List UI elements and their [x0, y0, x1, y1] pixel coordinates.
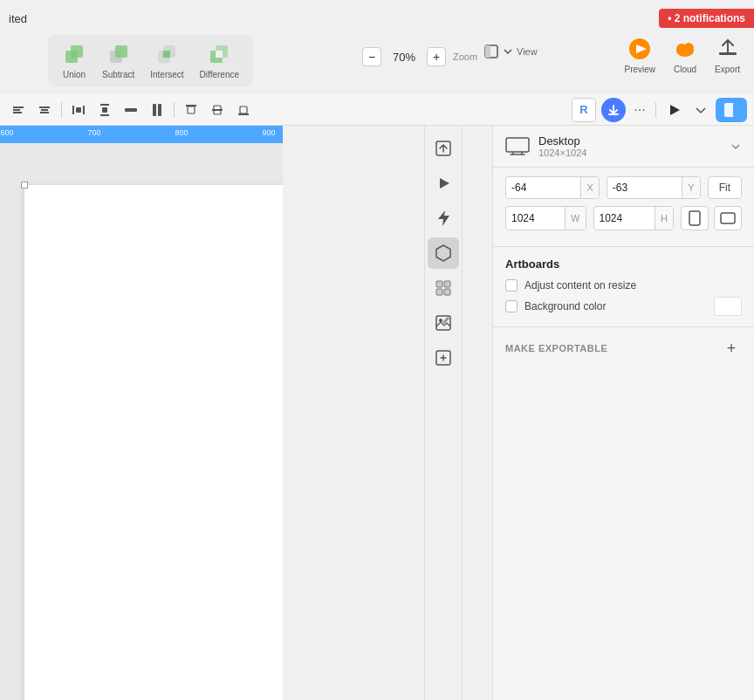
ruler-800: 800	[175, 128, 188, 137]
svg-rect-47	[436, 289, 442, 295]
exportable-title: MAKE EXPORTABLE	[505, 343, 607, 353]
toolbar-divider-2	[174, 102, 175, 118]
adjust-content-checkbox[interactable]	[505, 279, 518, 292]
panel-toggle-icon	[723, 101, 740, 119]
svg-rect-25	[83, 106, 85, 114]
expand-icon	[695, 104, 707, 116]
w-input[interactable]	[506, 208, 565, 229]
canvas-area[interactable]: 600 700 800 900 1,000	[0, 126, 283, 700]
distribute-h-icon[interactable]	[67, 99, 90, 121]
color-swatch[interactable]	[714, 297, 742, 316]
panel-upload-icon[interactable]	[428, 133, 459, 164]
exportable-section: MAKE EXPORTABLE +	[493, 327, 754, 369]
distribute-v-icon[interactable]	[93, 99, 116, 121]
align-center-icon[interactable]	[33, 99, 56, 121]
expand-button[interactable]	[691, 100, 710, 120]
runner-button[interactable]: R	[572, 98, 596, 122]
subtract-button[interactable]: Subtract	[95, 38, 141, 83]
ruler-600: 600	[0, 128, 13, 137]
subtract-label: Subtract	[102, 70, 134, 79]
panel-image-edit-icon[interactable]	[428, 307, 459, 339]
desktop-device-icon	[505, 137, 530, 156]
document-title: ited	[9, 12, 27, 25]
top-align-icon[interactable]	[180, 99, 202, 121]
portrait-button[interactable]	[681, 206, 709, 230]
position-section: X Y Fit W H	[493, 168, 754, 247]
x-field[interactable]: X	[505, 176, 600, 199]
svg-rect-31	[153, 104, 156, 116]
background-color-row: Background color	[505, 297, 742, 316]
svg-rect-38	[240, 106, 247, 113]
play-button[interactable]	[663, 99, 686, 121]
union-button[interactable]: Union	[55, 38, 93, 83]
svg-rect-11	[485, 45, 490, 58]
panel-play-icon[interactable]	[428, 168, 459, 199]
panel-grid-icon[interactable]	[428, 272, 459, 304]
more-options-button[interactable]: ···	[631, 101, 648, 119]
boolean-ops-toolbar: Union Subtract Intersect Difference	[48, 35, 253, 86]
panel-image-add-icon[interactable]	[428, 342, 459, 374]
h-input[interactable]	[594, 208, 655, 229]
panel-hexagon-icon[interactable]	[428, 237, 459, 269]
svg-marker-43	[440, 178, 449, 189]
w-label: W	[565, 207, 585, 230]
bottom-align-icon[interactable]	[232, 99, 255, 121]
background-color-label: Background color	[524, 300, 606, 312]
x-input[interactable]	[506, 177, 580, 198]
view-button[interactable]: View	[478, 40, 543, 63]
zoom-out-button[interactable]: −	[362, 47, 381, 66]
preview-button[interactable]: Preview	[620, 33, 661, 78]
secondary-toolbar: R ···	[0, 94, 754, 126]
y-field[interactable]: Y	[607, 176, 701, 199]
device-name: Desktop	[538, 134, 586, 148]
align-distribute-3[interactable]	[146, 99, 168, 121]
difference-label: Difference	[200, 70, 239, 79]
panel-lightning-icon[interactable]	[428, 202, 459, 234]
intersect-button[interactable]: Intersect	[143, 38, 190, 83]
svg-rect-9	[216, 51, 223, 58]
intersect-label: Intersect	[150, 70, 183, 79]
svg-rect-19	[13, 109, 20, 111]
add-exportable-button[interactable]: +	[721, 338, 742, 359]
svg-rect-20	[13, 112, 22, 113]
difference-button[interactable]: Difference	[193, 38, 246, 83]
svg-rect-32	[158, 104, 161, 116]
notifications-badge[interactable]: • 2 notifications	[659, 9, 754, 28]
zoom-value: 70%	[387, 51, 422, 64]
svg-rect-48	[444, 289, 450, 295]
svg-rect-26	[76, 107, 81, 113]
svg-rect-30	[125, 108, 137, 112]
orientation-buttons	[681, 206, 742, 230]
svg-rect-45	[436, 281, 442, 287]
artboard[interactable]	[24, 185, 283, 700]
zoom-in-button[interactable]: +	[427, 47, 446, 66]
x-label: X	[580, 177, 598, 198]
landscape-icon	[720, 211, 736, 225]
union-label: Union	[63, 70, 86, 79]
corner-handle-tl	[21, 182, 28, 189]
export-button[interactable]: Export	[709, 33, 745, 78]
sketch-panel-button[interactable]	[716, 98, 747, 122]
ruler-horizontal: 600 700 800 900 1,000	[0, 126, 283, 143]
y-input[interactable]	[607, 177, 682, 198]
wh-row: W H	[505, 206, 742, 230]
align-distribute-2[interactable]	[120, 99, 142, 121]
download-button[interactable]	[601, 98, 626, 122]
device-selector[interactable]: Desktop 1024×1024	[493, 126, 754, 168]
background-color-checkbox[interactable]	[505, 300, 518, 312]
landscape-button[interactable]	[714, 206, 742, 230]
svg-rect-29	[102, 107, 107, 113]
middle-align-icon[interactable]	[206, 99, 229, 121]
view-chevron-icon	[503, 46, 513, 57]
fit-button[interactable]: Fit	[708, 176, 742, 199]
svg-rect-52	[506, 138, 529, 152]
svg-rect-21	[39, 106, 50, 108]
cloud-button[interactable]: Cloud	[668, 33, 703, 78]
preview-icon	[627, 37, 652, 61]
svg-rect-22	[41, 109, 48, 111]
h-field[interactable]: H	[593, 206, 675, 230]
align-left-icon[interactable]	[7, 99, 30, 121]
right-toolbar: Preview Cloud Export	[620, 33, 745, 78]
w-field[interactable]: W	[505, 206, 586, 230]
view-label: View	[517, 46, 538, 57]
